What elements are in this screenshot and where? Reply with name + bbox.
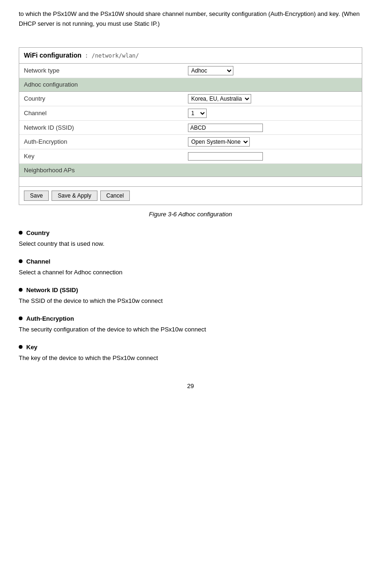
key-row: Key [19,149,362,164]
ssid-control [188,123,357,132]
ssid-desc: The SSID of the device to which the PSx1… [19,296,362,306]
auth-control: Open System-None WEP WPA [188,137,357,147]
channel-bullet [19,259,22,263]
country-desc: Select country that is used now. [19,239,362,249]
adhoc-section-header: Adhoc configuration [19,78,362,92]
network-type-row: Network type Adhoc Infrastructure [19,64,362,78]
ssid-input[interactable] [188,124,263,132]
save-button[interactable]: Save [24,191,49,201]
key-input[interactable] [188,152,263,161]
channel-section-title: Channel [19,257,362,266]
auth-desc: The security configuration of the device… [19,325,362,334]
key-desc: The key of the device to which the PSx10… [19,353,362,363]
key-control [188,152,357,161]
country-section: Country Select country that is used now. [19,228,362,249]
country-bullet [19,231,22,235]
key-label: Key [24,152,188,161]
auth-select[interactable]: Open System-None WEP WPA [188,137,250,147]
channel-desc: Select a channel for Adhoc connection [19,268,362,277]
wifi-config-box: WiFi configuration : /network/wlan/ Netw… [19,47,362,205]
key-title-text: Key [26,343,37,352]
ssid-row: Network ID (SSID) [19,121,362,135]
cancel-button[interactable]: Cancel [100,191,130,201]
intro-text: to which the PSx10W and the PSx10W shoul… [19,9,362,29]
channel-section: Channel Select a channel for Adhoc conne… [19,257,362,277]
channel-control: 1 2 3 4 5 6 7 8 9 10 11 [188,109,357,118]
buttons-row: Save Save & Apply Cancel [19,186,362,205]
key-section: Key The key of the device to which the P… [19,343,362,363]
channel-title-text: Channel [26,257,50,266]
auth-section-title: Auth-Encryption [19,314,362,323]
auth-row: Auth-Encryption Open System-None WEP WPA [19,135,362,149]
network-type-select[interactable]: Adhoc Infrastructure [188,66,233,75]
auth-label: Auth-Encryption [24,137,188,147]
country-row: Country Korea, EU, Australia USA Japan [19,92,362,106]
channel-row: Channel 1 2 3 4 5 6 7 8 9 10 11 [19,106,362,121]
channel-select[interactable]: 1 2 3 4 5 6 7 8 9 10 11 [188,109,207,118]
ssid-section-title: Network ID (SSID) [19,286,362,295]
key-bullet [19,345,22,349]
ssid-label: Network ID (SSID) [24,123,188,132]
channel-label: Channel [24,109,188,118]
country-label: Country [24,94,188,103]
network-type-label: Network type [24,66,188,75]
auth-title-text: Auth-Encryption [26,314,74,323]
ssid-section: Network ID (SSID) The SSID of the device… [19,286,362,306]
ssid-bullet [19,288,22,292]
neighborhood-section-header: Neighborhood APs [19,164,362,177]
key-section-title: Key [19,343,362,352]
country-control: Korea, EU, Australia USA Japan [188,94,357,103]
country-section-title: Country [19,228,362,238]
wifi-config-title-label: WiFi configuration [24,51,82,59]
country-title-text: Country [26,228,50,238]
auth-bullet [19,316,22,320]
auth-section: Auth-Encryption The security configurati… [19,314,362,334]
figure-caption: Figure 3-6 Adhoc configuration [19,210,362,219]
neighborhood-content [19,177,362,186]
country-select[interactable]: Korea, EU, Australia USA Japan [188,94,251,103]
wifi-config-title-path: : /network/wlan/ [82,52,139,59]
save-apply-button[interactable]: Save & Apply [52,191,97,201]
network-type-control: Adhoc Infrastructure [188,66,357,75]
wifi-config-title: WiFi configuration : /network/wlan/ [19,48,362,64]
ssid-title-text: Network ID (SSID) [26,286,78,295]
page-number: 29 [19,382,362,391]
